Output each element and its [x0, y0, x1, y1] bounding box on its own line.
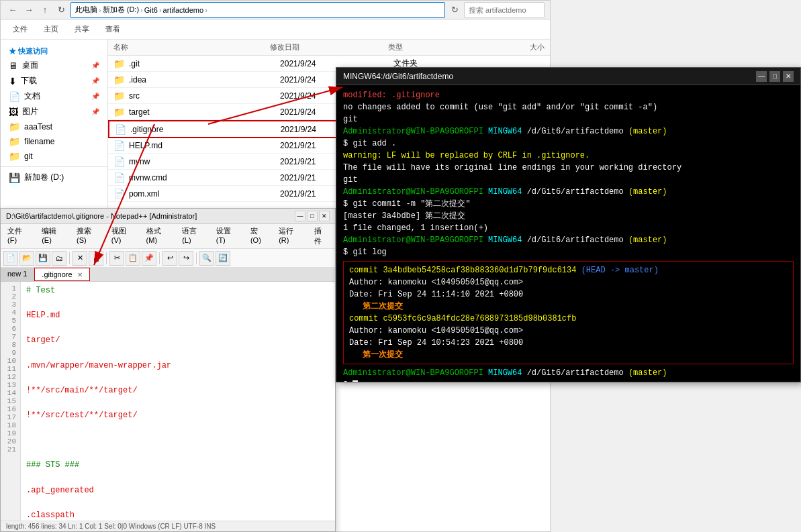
terminal-controls: — □ ✕	[756, 71, 794, 82]
folder-icon-target: 📁	[113, 107, 125, 117]
notepad-tabs: new 1 .gitignore ✕	[1, 268, 335, 282]
toolbar-divider4	[196, 252, 197, 264]
term-prompt1: Administrator@WIN-BPA9GOROFPI MINGW64 /d…	[343, 125, 794, 138]
line-numbers: 1234 5678 9101112 13141516 17181920 21	[1, 282, 21, 521]
terminal-title: MINGW64:/d/Git6/artifactdemo	[343, 72, 453, 81]
term-commit2-author: Author: kanomoku <1049505015@qq.com>	[349, 325, 788, 337]
replace-btn[interactable]: 🔄	[216, 251, 230, 266]
sidebar-item-downloads[interactable]: ⬇ 下载 📌	[1, 73, 107, 89]
window-controls: — □ ✕	[295, 211, 330, 221]
redo-btn[interactable]: ↪	[179, 251, 193, 266]
path-crumb-drive[interactable]: 新加卷 (D:)	[103, 5, 139, 15]
term-commit2-hash: commit c5953fc6c9a84fdc28e7688973185d98b…	[349, 313, 788, 325]
col-header-date: 修改日期	[270, 42, 387, 52]
refresh-button[interactable]: ↻	[54, 3, 68, 17]
notepad-code-area[interactable]: 1234 5678 9101112 13141516 17181920 21 #…	[1, 282, 335, 521]
sidebar-item-desktop[interactable]: 🖥 桌面 📌	[1, 58, 107, 73]
search-input[interactable]	[464, 2, 545, 18]
tab-file[interactable]: 文件	[6, 23, 34, 36]
menu-plugin[interactable]: 插件	[310, 225, 332, 247]
sidebar-item-filename[interactable]: 📁 filename	[1, 134, 107, 149]
tab-close-icon[interactable]: ✕	[77, 271, 83, 278]
maximize-button[interactable]: □	[307, 211, 318, 221]
tab-share[interactable]: 共享	[68, 23, 96, 36]
term-line-git2: git	[343, 174, 794, 186]
path-crumb-computer[interactable]: 此电脑	[75, 5, 97, 15]
menu-view[interactable]: 视图(V)	[107, 225, 140, 247]
folder-icon-git: 📁	[9, 151, 20, 162]
minimize-button[interactable]: —	[295, 211, 305, 221]
notepad-menubar: 文件(F) 编辑(E) 搜索(S) 视图(V) 格式(M) 语言(L) 设置(T…	[1, 224, 335, 249]
undo-btn[interactable]: ↩	[162, 251, 177, 266]
terminal-titlebar: MINGW64:/d/Git6/artifactdemo — □ ✕	[336, 68, 800, 85]
paste-btn[interactable]: 📌	[142, 251, 156, 266]
term-commit1-hash: commit 3a4bdbeb54258caf38b883360d1d7b79f…	[349, 264, 788, 276]
close-btn[interactable]: ✕	[73, 251, 87, 266]
tab-view[interactable]: 查看	[99, 23, 127, 36]
folder-icon-git-row: 📁	[113, 58, 125, 69]
save-file-btn[interactable]: 💾	[36, 251, 50, 266]
term-line-commit-result: [master 3a4bdbe] 第二次提交	[343, 210, 794, 222]
refresh2-button[interactable]: ↻	[448, 3, 461, 17]
terminal-content[interactable]: modified: .gitignore no changes added to…	[336, 85, 800, 382]
tab-gitignore[interactable]: .gitignore ✕	[34, 268, 89, 281]
cut-btn[interactable]: ✂	[109, 251, 124, 266]
forward-button[interactable]: →	[22, 3, 36, 17]
toolbar-divider2	[106, 252, 107, 264]
menu-bar: 文件 主页 共享 查看	[1, 19, 550, 40]
code-content[interactable]: # Test HELP.md target/ .mvn/wrapper/mave…	[21, 282, 335, 521]
term-line-warning: warning: LF will be replaced by CRLF in …	[343, 150, 794, 162]
close-button[interactable]: ✕	[319, 211, 330, 221]
term-line-git1: git	[343, 113, 794, 125]
menu-search[interactable]: 搜索(S)	[73, 225, 105, 247]
path-crumb-git6[interactable]: Git6	[144, 6, 158, 14]
open-file-btn[interactable]: 📂	[19, 251, 34, 266]
term-close[interactable]: ✕	[783, 71, 794, 82]
statusbar-text: length: 456 lines: 34 Ln: 1 Col: 1 Sel: …	[6, 523, 216, 530]
term-commit1-date: Date: Fri Sep 24 11:14:10 2021 +0800	[349, 288, 788, 301]
tab-new1[interactable]: new 1	[1, 268, 34, 281]
menu-settings[interactable]: 设置(T)	[212, 225, 244, 247]
pin-icon3: 📌	[91, 93, 99, 100]
menu-run[interactable]: 运行(R)	[275, 225, 307, 247]
col-header-type: 类型	[388, 42, 467, 52]
menu-file[interactable]: 文件(F)	[3, 225, 35, 247]
documents-icon: 📄	[9, 91, 20, 102]
save-all-btn[interactable]: 🗂	[52, 251, 66, 266]
file-icon-mvnw-cmd: 📄	[113, 172, 125, 183]
term-minimize[interactable]: —	[756, 71, 767, 82]
path-bar[interactable]: 此电脑 › 新加卷 (D:) › Git6 › artifactdemo ›	[70, 2, 445, 18]
sidebar-item-pictures[interactable]: 🖼 图片 📌	[1, 104, 107, 119]
sidebar-item-git[interactable]: 📁 git	[1, 149, 107, 164]
sidebar-item-documents[interactable]: 📄 文档 📌	[1, 89, 107, 104]
notepad-window: D:\Git6\artifactdemo\.gitignore - Notepa…	[0, 208, 336, 532]
term-maximize[interactable]: □	[769, 71, 780, 82]
sidebar-item-aaatest[interactable]: 📁 aaaTest	[1, 119, 107, 134]
print-btn[interactable]: 🖨	[89, 251, 103, 266]
term-commit1-msg: 第二次提交	[363, 301, 788, 313]
term-cursor-line: $	[343, 379, 794, 382]
pin-icon: 📌	[91, 62, 99, 69]
col-header-name: 名称	[113, 42, 270, 52]
git-log-output: commit 3a4bdbeb54258caf38b883360d1d7b79f…	[343, 261, 794, 364]
file-icon-help: 📄	[113, 140, 125, 151]
term-line-modified: modified: .gitignore	[343, 89, 794, 101]
copy-btn[interactable]: 📋	[126, 251, 140, 266]
notepad-statusbar: length: 456 lines: 34 Ln: 1 Col: 1 Sel: …	[1, 521, 335, 531]
sidebar-item-drive-d[interactable]: 💾 新加卷 (D:)	[1, 170, 107, 185]
menu-macro[interactable]: 宏(O)	[246, 225, 272, 247]
menu-language[interactable]: 语言(L)	[178, 225, 209, 247]
folder-icon-filename: 📁	[9, 136, 20, 147]
term-prompt2: Administrator@WIN-BPA9GOROFPI MINGW64 /d…	[343, 186, 794, 198]
notepad-titlebar: D:\Git6\artifactdemo\.gitignore - Notepa…	[1, 209, 335, 224]
term-prompt4: Administrator@WIN-BPA9GOROFPI MINGW64 /d…	[343, 367, 794, 379]
find-btn[interactable]: 🔍	[199, 251, 214, 266]
up-button[interactable]: ↑	[38, 3, 52, 17]
new-file-btn[interactable]: 📄	[3, 251, 18, 266]
menu-format[interactable]: 格式(M)	[142, 225, 176, 247]
menu-edit[interactable]: 编辑(E)	[38, 225, 70, 247]
tab-home[interactable]: 主页	[37, 23, 65, 36]
path-crumb-artifactdemo[interactable]: artifactdemo	[163, 6, 204, 14]
notepad-toolbar: 📄 📂 💾 🗂 ✕ 🖨 ✂ 📋 📌 ↩ ↪ 🔍 🔄	[1, 249, 335, 268]
back-button[interactable]: ←	[6, 3, 19, 17]
